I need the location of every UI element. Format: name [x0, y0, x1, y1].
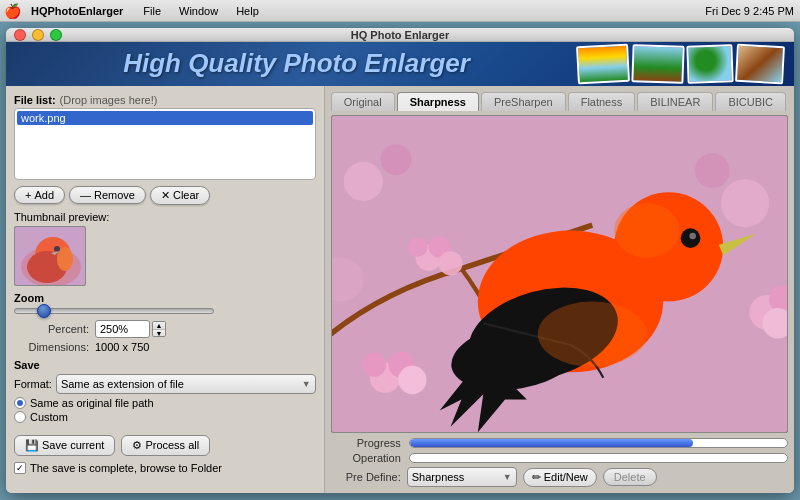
svg-point-15	[438, 251, 462, 275]
svg-point-9	[381, 144, 412, 175]
menu-help[interactable]: Help	[230, 5, 265, 17]
predefine-select[interactable]: Sharpness ▼	[407, 467, 517, 487]
svg-point-27	[538, 301, 647, 366]
tab-sharpness[interactable]: Sharpness	[397, 92, 479, 111]
zoom-slider-track[interactable]	[14, 308, 214, 314]
thumbnail-section: Thumbnail preview:	[14, 211, 316, 286]
remove-button[interactable]: — Remove	[69, 186, 146, 204]
dimensions-label: Dimensions:	[14, 341, 89, 353]
banner-title: High Quality Photo Enlarger	[16, 48, 577, 79]
predefine-arrow-icon: ▼	[503, 472, 512, 482]
percent-label: Percent:	[14, 323, 89, 335]
save-label: Save	[14, 359, 316, 371]
process-all-button[interactable]: ⚙ Process all	[121, 435, 210, 456]
left-panel: File list: (Drop images here!) work.png …	[6, 86, 325, 493]
svg-point-8	[343, 161, 382, 200]
banner-photos	[577, 45, 784, 83]
remove-label: Remove	[94, 189, 135, 201]
titlebar: HQ Photo Enlarger	[6, 28, 794, 42]
thumbnail-box	[14, 226, 86, 286]
stepper-down[interactable]: ▼	[153, 330, 165, 337]
add-icon: +	[25, 189, 31, 201]
bird-image-svg	[332, 116, 787, 432]
save-current-button[interactable]: 💾 Save current	[14, 435, 115, 456]
percent-value: 250%	[100, 323, 128, 335]
tab-bicubic[interactable]: BICUBIC	[715, 92, 786, 111]
menubar: 🍎 HQPhotoEnlarger File Window Help Fri D…	[0, 0, 800, 22]
clear-button[interactable]: ✕ Clear	[150, 186, 210, 205]
progress-bar	[409, 438, 788, 448]
add-label: Add	[34, 189, 54, 201]
remove-icon: —	[80, 189, 91, 201]
percent-stepper[interactable]: ▲ ▼	[152, 321, 166, 337]
apple-icon[interactable]: 🍎	[4, 3, 21, 19]
operation-label: Operation	[331, 452, 401, 464]
close-button[interactable]	[14, 29, 26, 41]
operation-bar	[409, 453, 788, 463]
tab-original[interactable]: Original	[331, 92, 395, 111]
radio-path-original[interactable]	[14, 397, 26, 409]
image-preview-area	[331, 115, 788, 433]
stepper-up[interactable]: ▲	[153, 322, 165, 330]
file-list-box[interactable]: work.png	[14, 108, 316, 180]
edit-new-button[interactable]: ✏ Edit/New	[523, 468, 597, 487]
svg-point-26	[614, 203, 679, 258]
right-panel: Original Sharpness PreSharpen Flatness B…	[325, 86, 794, 493]
predefine-row: Pre Define: Sharpness ▼ ✏ Edit/New Delet…	[331, 467, 788, 487]
tabs-row: Original Sharpness PreSharpen Flatness B…	[331, 92, 788, 111]
progress-fill	[410, 439, 693, 447]
percent-input[interactable]: 250%	[95, 320, 150, 338]
delete-label: Delete	[614, 471, 646, 483]
menu-window[interactable]: Window	[173, 5, 224, 17]
svg-point-30	[398, 365, 426, 393]
process-all-label: Process all	[145, 439, 199, 451]
radio-custom[interactable]	[14, 411, 26, 423]
progress-row: Progress	[331, 437, 788, 449]
svg-point-31	[362, 352, 386, 376]
zoom-section: Zoom Percent: 250% ▲ ▼	[14, 292, 316, 353]
file-list-label: File list:	[14, 94, 56, 106]
radio-row-2: Custom	[14, 411, 316, 423]
header-banner: High Quality Photo Enlarger	[6, 42, 794, 86]
predefine-label: Pre Define:	[331, 471, 401, 483]
photo-thumb-1	[576, 44, 630, 85]
bottom-bar: Progress Operation Pre Define: Sharpness	[331, 437, 788, 487]
save-current-label: Save current	[42, 439, 104, 451]
delete-button[interactable]: Delete	[603, 468, 657, 486]
select-arrow-icon: ▼	[302, 379, 311, 389]
zoom-slider-thumb[interactable]	[37, 304, 51, 318]
thumbnail-label: Thumbnail preview:	[14, 211, 316, 223]
dimensions-row: Dimensions: 1000 x 750	[14, 341, 316, 353]
main-window: HQ Photo Enlarger High Quality Photo Enl…	[6, 28, 794, 493]
format-value: Same as extension of file	[61, 378, 184, 390]
svg-point-25	[689, 232, 696, 239]
add-button[interactable]: + Add	[14, 186, 65, 204]
file-list-item[interactable]: work.png	[17, 111, 313, 125]
file-actions: + Add — Remove ✕ Clear	[14, 186, 316, 205]
format-row: Format: Same as extension of file ▼	[14, 374, 316, 394]
photo-thumb-4	[735, 44, 785, 84]
zoom-fields: Percent: 250% ▲ ▼ Dimensions:	[14, 320, 316, 353]
svg-rect-6	[15, 227, 86, 286]
app-name[interactable]: HQPhotoEnlarger	[31, 5, 123, 17]
browse-checkbox-label: The save is complete, browse to Folder	[30, 462, 222, 474]
menu-file[interactable]: File	[137, 5, 167, 17]
process-icon: ⚙	[132, 439, 142, 452]
percent-row: Percent: 250% ▲ ▼	[14, 320, 316, 338]
minimize-button[interactable]	[32, 29, 44, 41]
tab-presharpen[interactable]: PreSharpen	[481, 92, 566, 111]
tab-bilinear[interactable]: BILINEAR	[637, 92, 713, 111]
progress-label: Progress	[331, 437, 401, 449]
pencil-icon: ✏	[532, 471, 541, 484]
browse-checkbox[interactable]: ✓	[14, 462, 26, 474]
save-section: Save Format: Same as extension of file ▼…	[14, 359, 316, 425]
drop-hint: (Drop images here!)	[60, 94, 158, 106]
radio-row-1: Same as original file path	[14, 397, 316, 409]
format-select[interactable]: Same as extension of file ▼	[56, 374, 316, 394]
operation-row: Operation	[331, 452, 788, 464]
maximize-button[interactable]	[50, 29, 62, 41]
tab-flatness[interactable]: Flatness	[568, 92, 636, 111]
checkbox-row: ✓ The save is complete, browse to Folder	[14, 462, 316, 474]
svg-point-10	[721, 179, 769, 227]
format-label: Format:	[14, 378, 52, 390]
